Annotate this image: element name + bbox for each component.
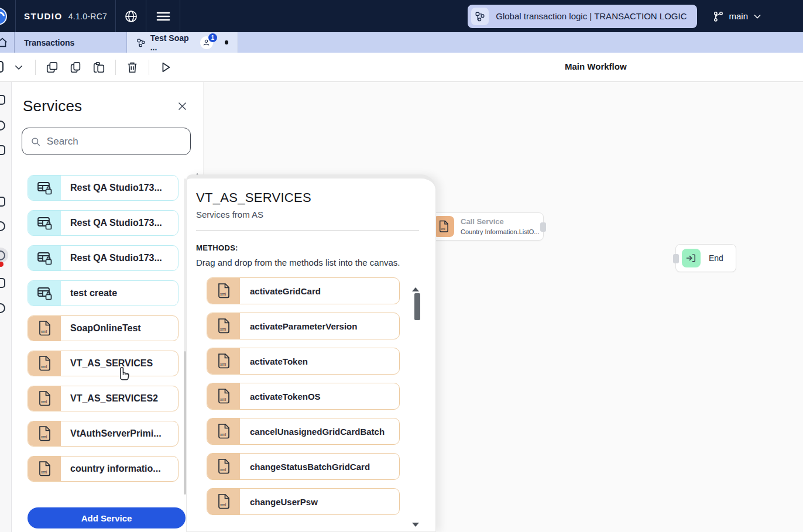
methods-scroll-down-arrow[interactable]: [412, 523, 419, 527]
xml-document-icon: xml: [36, 425, 53, 442]
copy-button[interactable]: [42, 57, 62, 77]
service-item[interactable]: Rest QA Studio173...: [28, 245, 179, 271]
service-item-label: Rest QA Studio173...: [61, 183, 162, 193]
xml-method-icon: xml: [207, 454, 240, 479]
service-item[interactable]: Rest QA Studio173...: [28, 175, 179, 201]
service-item[interactable]: xml country informatio...: [28, 456, 179, 482]
search-input[interactable]: [47, 136, 182, 147]
method-item[interactable]: xml activateGridCard: [207, 277, 400, 304]
method-item[interactable]: xml changeStatusBatchGridCard: [207, 453, 400, 480]
expand-button[interactable]: [9, 57, 29, 77]
duplicate-button[interactable]: [66, 57, 85, 77]
xml-document-icon: xml: [36, 320, 53, 337]
xml-document-icon: xml: [215, 282, 232, 300]
svg-text:xml: xml: [220, 362, 227, 366]
globe-button[interactable]: [116, 0, 146, 32]
svg-text:xml: xml: [41, 365, 47, 369]
service-item-label: SoapOnlineTest: [61, 323, 141, 334]
services-search[interactable]: [22, 128, 191, 155]
service-item[interactable]: xml VT_AS_SERVICES2: [28, 386, 179, 411]
xml-document-icon: xml: [215, 317, 232, 335]
clipped-toolbar-icon: [0, 59, 7, 75]
strip-icon[interactable]: [0, 197, 5, 207]
delete-button[interactable]: [122, 57, 142, 77]
strip-icon[interactable]: [0, 121, 5, 131]
strip-icon[interactable]: [0, 278, 5, 288]
top-bar: STUDIO 4.1.0-RC7 Global transaction logi…: [0, 0, 803, 32]
hamburger-icon: [156, 10, 171, 23]
svg-text:xml: xml: [41, 400, 47, 404]
method-item-label: changeStatusBatchGridCard: [240, 462, 370, 472]
xml-method-icon: xml: [207, 313, 240, 339]
service-item[interactable]: xml SoapOnlineTest: [28, 315, 179, 341]
brand-title: STUDIO 4.1.0-RC7: [16, 0, 116, 32]
service-item-label: VT_AS_SERVICES: [61, 358, 153, 369]
service-methods-flyout: VT_AS_SERVICES Services from AS METHODS:…: [186, 174, 436, 532]
tab-label: Transactions: [24, 38, 74, 47]
node-title: Call Service: [461, 218, 540, 226]
branch-selector[interactable]: main: [712, 11, 762, 22]
method-item[interactable]: xml changeUserPsw: [207, 488, 400, 515]
method-item[interactable]: xml activateParameterVersion: [207, 313, 400, 339]
services-panel-title: Services: [23, 97, 82, 115]
unsaved-changes-dot: [225, 40, 228, 44]
rest-table-lock-icon: [36, 284, 53, 302]
xml-document-icon: xml: [215, 493, 232, 510]
connector-handle[interactable]: [540, 222, 546, 232]
strip-alert-dot: [0, 262, 4, 267]
tab-transactions[interactable]: Transactions: [15, 32, 127, 53]
service-item[interactable]: xml VtAuthServerPrimi...: [28, 421, 179, 447]
run-button[interactable]: [156, 57, 176, 77]
method-item[interactable]: xml activateToken: [207, 348, 400, 375]
tab-test-soap[interactable]: Test Soap ... 1: [127, 32, 238, 53]
service-item[interactable]: xml VT_AS_SERVICES: [28, 351, 179, 376]
rest-service-icon: [28, 281, 61, 306]
close-button[interactable]: [175, 99, 189, 114]
services-list: Rest QA Studio173... Rest QA Studio173..…: [28, 175, 179, 491]
xml-method-icon: xml: [207, 383, 240, 409]
soap-service-icon: xml: [28, 457, 61, 481]
method-item-label: cancelUnasignedGridCardBatch: [240, 427, 385, 437]
xml-document-icon: xml: [36, 460, 53, 478]
rest-service-icon: [28, 246, 61, 270]
end-icon: [682, 249, 701, 267]
method-item[interactable]: xml cancelUnasignedGridCardBatch: [207, 418, 400, 445]
rest-table-lock-icon: [36, 249, 53, 267]
end-node[interactable]: End: [675, 244, 736, 272]
xml-method-icon: xml: [207, 278, 240, 304]
xml-document-icon: xml: [215, 387, 232, 405]
call-service-node[interactable]: xml Call Service Country Information.Lis…: [428, 212, 544, 241]
strip-icon[interactable]: [0, 95, 5, 105]
method-item-label: activateParameterVersion: [240, 321, 357, 331]
service-item-label: test create: [61, 288, 117, 298]
paste-button[interactable]: [89, 57, 109, 77]
menu-button[interactable]: [146, 0, 180, 32]
svg-text:xml: xml: [41, 330, 47, 334]
service-item[interactable]: Rest QA Studio173...: [28, 210, 179, 236]
strip-icon[interactable]: [0, 303, 5, 313]
method-item[interactable]: xml activateTokenOS: [207, 383, 400, 410]
current-workflow-pill[interactable]: Global transaction logic | TRANSACTION L…: [468, 5, 697, 28]
methods-scroll-up-arrow[interactable]: [412, 287, 419, 291]
add-service-button[interactable]: Add Service: [28, 507, 186, 528]
chevron-down-icon: [13, 62, 24, 73]
paste-icon: [92, 61, 105, 74]
method-item-label: activateTokenOS: [240, 392, 321, 401]
xml-document-icon: xml: [36, 355, 53, 372]
soap-service-icon: xml: [28, 386, 61, 411]
service-item-label: VT_AS_SERVICES2: [61, 393, 158, 404]
xml-method-icon: xml: [207, 348, 240, 374]
home-tab[interactable]: [0, 32, 15, 53]
method-item-label: changeUserPsw: [240, 497, 318, 507]
service-item[interactable]: test create: [28, 280, 179, 306]
method-item-label: activateGridCard: [240, 286, 321, 296]
collaborators[interactable]: 1: [200, 36, 213, 49]
strip-icon[interactable]: [0, 145, 5, 155]
svg-text:xml: xml: [441, 228, 445, 231]
methods-scrollbar-thumb[interactable]: [414, 293, 420, 320]
strip-icon[interactable]: [0, 221, 5, 231]
method-item-label: activateToken: [240, 356, 308, 366]
chevron-down-icon: [753, 12, 762, 21]
globe-icon: [124, 9, 138, 23]
connector-handle[interactable]: [673, 254, 679, 263]
